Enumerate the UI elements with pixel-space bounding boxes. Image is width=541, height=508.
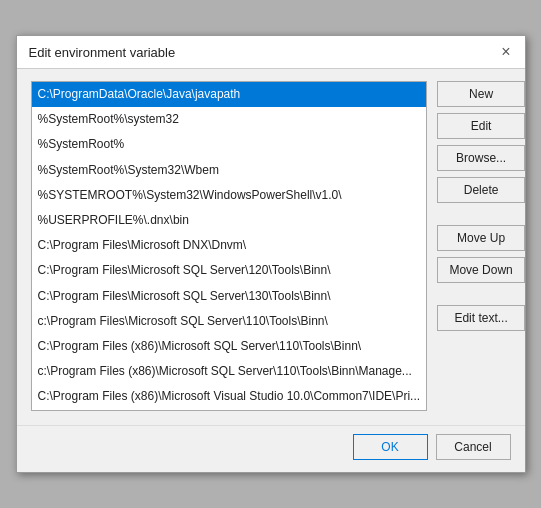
list-item[interactable]: %SystemRoot%\system32 xyxy=(32,107,427,132)
list-item[interactable]: C:\Program Files (x86)\Microsoft SQL Ser… xyxy=(32,334,427,359)
list-item[interactable]: %SystemRoot% xyxy=(32,132,427,157)
list-container: C:\ProgramData\Oracle\Java\javapath%Syst… xyxy=(31,81,428,411)
move-down-button[interactable]: Move Down xyxy=(437,257,525,283)
list-item[interactable]: %SystemRoot%\System32\Wbem xyxy=(32,158,427,183)
list-item[interactable]: C:\ProgramData\Oracle\Java\javapath xyxy=(32,82,427,107)
delete-button[interactable]: Delete xyxy=(437,177,525,203)
dialog-body: C:\ProgramData\Oracle\Java\javapath%Syst… xyxy=(17,69,525,423)
list-item[interactable]: %USERPROFILE%\.dnx\bin xyxy=(32,208,427,233)
close-button[interactable]: × xyxy=(499,44,512,60)
list-item[interactable]: c:\Program Files\Microsoft SQL Server\11… xyxy=(32,309,427,334)
list-item[interactable]: c:\Program Files (x86)\Microsoft SQL Ser… xyxy=(32,359,427,384)
list-item[interactable]: C:\Program Files\Microsoft SQL Server\13… xyxy=(32,284,427,309)
new-button[interactable]: New xyxy=(437,81,525,107)
list-item[interactable]: C:\Program Files\Microsoft SQL Server\12… xyxy=(32,258,427,283)
list-item[interactable]: C:\Program Files (x86)\Microsoft Visual … xyxy=(32,384,427,409)
cancel-button[interactable]: Cancel xyxy=(436,434,511,460)
edit-button[interactable]: Edit xyxy=(437,113,525,139)
edit-env-variable-dialog: Edit environment variable × C:\ProgramDa… xyxy=(16,35,526,473)
move-up-button[interactable]: Move Up xyxy=(437,225,525,251)
list-item[interactable]: C:\Program Files\Microsoft DNX\Dnvm\ xyxy=(32,233,427,258)
list-item[interactable]: C:\Program Files (x86)\Microsoft SQL Ser… xyxy=(32,409,427,411)
action-buttons: New Edit Browse... Delete Move Up Move D… xyxy=(437,81,525,411)
dialog-title: Edit environment variable xyxy=(29,45,176,60)
list-item[interactable]: %SYSTEMROOT%\System32\WindowsPowerShell\… xyxy=(32,183,427,208)
browse-button[interactable]: Browse... xyxy=(437,145,525,171)
title-bar: Edit environment variable × xyxy=(17,36,525,69)
edit-text-button[interactable]: Edit text... xyxy=(437,305,525,331)
dialog-footer: OK Cancel xyxy=(17,425,525,472)
ok-button[interactable]: OK xyxy=(353,434,428,460)
env-variable-list[interactable]: C:\ProgramData\Oracle\Java\javapath%Syst… xyxy=(31,81,428,411)
